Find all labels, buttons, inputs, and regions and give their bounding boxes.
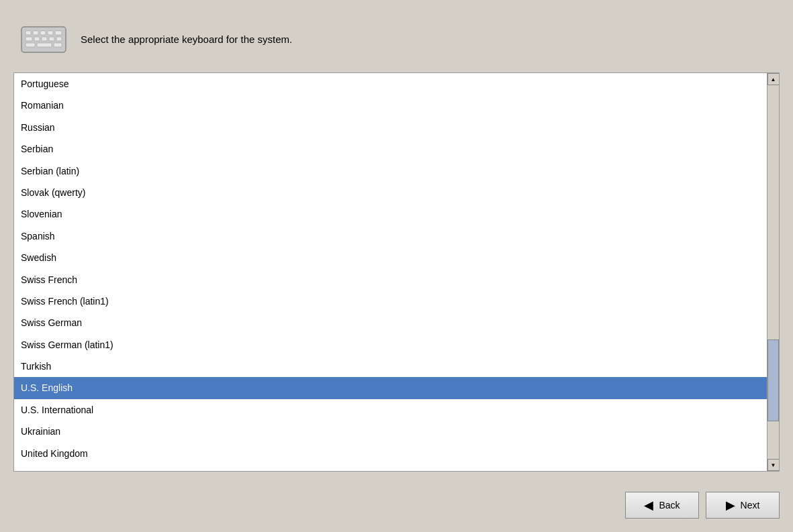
scrollbar-track[interactable] <box>767 85 779 459</box>
svg-rect-3 <box>40 31 46 35</box>
svg-rect-10 <box>56 37 62 41</box>
list-item[interactable]: Swiss German <box>14 312 767 333</box>
list-item[interactable]: Swiss German (latin1) <box>14 334 767 356</box>
svg-rect-9 <box>49 37 54 41</box>
list-item[interactable]: Serbian (latin) <box>14 160 767 182</box>
svg-rect-5 <box>55 31 62 35</box>
svg-rect-8 <box>42 37 47 41</box>
svg-rect-12 <box>37 43 52 47</box>
list-item[interactable]: Spanish <box>14 225 767 247</box>
list-item[interactable]: Swiss French <box>14 269 767 290</box>
next-arrow-icon: ▶ <box>726 498 735 513</box>
list-item[interactable]: Portuguese <box>14 73 767 95</box>
scrollbar-thumb[interactable] <box>767 339 779 422</box>
keyboard-list-container: PortugueseRomanianRussianSerbianSerbian … <box>13 72 780 472</box>
list-item[interactable]: Slovenian <box>14 203 767 225</box>
list-item[interactable]: Romanian <box>14 95 767 116</box>
back-arrow-icon: ◀ <box>644 498 653 513</box>
list-item[interactable]: Slovak (qwerty) <box>14 182 767 203</box>
header: Select the appropriate keyboard for the … <box>0 0 793 72</box>
next-label: Next <box>741 500 760 511</box>
svg-rect-4 <box>48 31 53 35</box>
keyboard-list-scroll[interactable]: PortugueseRomanianRussianSerbianSerbian … <box>14 73 767 471</box>
svg-rect-2 <box>33 31 38 35</box>
svg-rect-13 <box>54 43 62 47</box>
back-label: Back <box>659 500 680 511</box>
main-content: PortugueseRomanianRussianSerbianSerbian … <box>0 72 793 485</box>
svg-rect-11 <box>26 43 35 47</box>
svg-rect-7 <box>34 37 40 41</box>
list-item[interactable]: Swiss French (latin1) <box>14 290 767 312</box>
svg-rect-1 <box>26 31 31 35</box>
list-item[interactable]: Serbian <box>14 138 767 160</box>
list-item[interactable]: United Kingdom <box>14 443 767 464</box>
list-item[interactable]: Swedish <box>14 247 767 268</box>
header-description: Select the appropriate keyboard for the … <box>81 32 292 48</box>
svg-rect-6 <box>26 37 32 41</box>
scrollbar-up-button[interactable]: ▲ <box>767 73 780 85</box>
list-item[interactable]: Turkish <box>14 356 767 377</box>
keyboard-icon <box>20 20 67 59</box>
scrollbar: ▲ ▼ <box>767 73 779 471</box>
list-item[interactable]: U.S. International <box>14 399 767 421</box>
back-button[interactable]: ◀ Back <box>625 492 699 519</box>
list-item[interactable]: Ukrainian <box>14 421 767 442</box>
scrollbar-down-button[interactable]: ▼ <box>767 459 780 471</box>
list-item[interactable]: U.S. English <box>14 377 767 398</box>
next-button[interactable]: ▶ Next <box>706 492 780 519</box>
list-item[interactable]: Russian <box>14 117 767 138</box>
footer: ◀ Back ▶ Next <box>0 485 793 532</box>
